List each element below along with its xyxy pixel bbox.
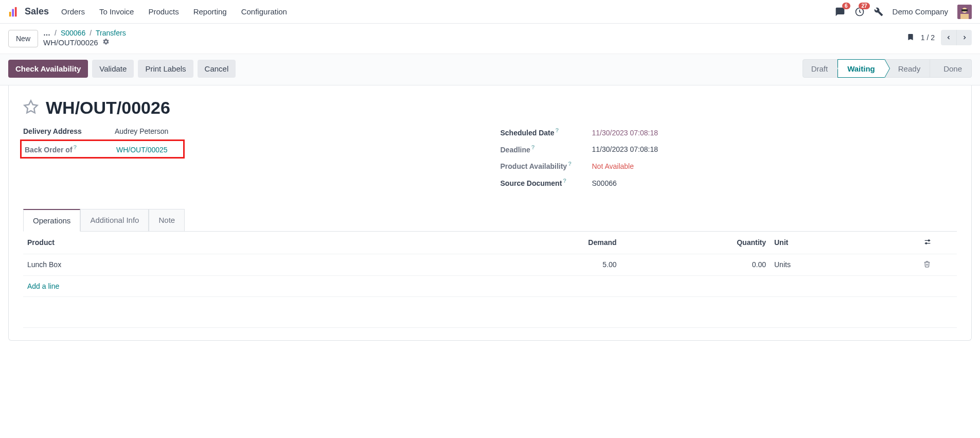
- delivery-address-value[interactable]: Audrey Peterson: [115, 127, 168, 135]
- breadcrumb-link-transfers[interactable]: Transfers: [96, 29, 126, 37]
- nav-item-reporting[interactable]: Reporting: [193, 7, 227, 16]
- nav-item-products[interactable]: Products: [148, 7, 179, 16]
- activities-badge: 27: [859, 3, 869, 9]
- col-quantity[interactable]: Quantity: [621, 232, 770, 254]
- action-bar: Check Availability Validate Print Labels…: [0, 54, 980, 85]
- cell-product[interactable]: Lunch Box: [23, 254, 471, 275]
- highlighted-back-order: Back Order of? WH/OUT/00025: [20, 139, 185, 159]
- breadcrumb-right: 1 / 2: [906, 30, 972, 45]
- help-icon[interactable]: ?: [556, 127, 559, 133]
- delivery-address-label: Delivery Address: [23, 127, 105, 135]
- svg-rect-0: [9, 12, 11, 16]
- status-ready[interactable]: Ready: [885, 59, 930, 78]
- col-demand[interactable]: Demand: [471, 232, 620, 254]
- help-icon[interactable]: ?: [74, 144, 77, 150]
- cancel-button[interactable]: Cancel: [198, 60, 236, 78]
- deadline-label: Deadline?: [501, 144, 583, 154]
- status-draft[interactable]: Draft: [803, 59, 838, 78]
- messages-badge: 6: [842, 3, 850, 9]
- svg-point-12: [925, 242, 927, 244]
- pager-prev-button[interactable]: [941, 30, 956, 45]
- new-button[interactable]: New: [8, 30, 38, 47]
- back-order-value[interactable]: WH/OUT/00025: [116, 146, 168, 154]
- cell-quantity[interactable]: 0.00: [621, 254, 770, 275]
- company-name[interactable]: Demo Company: [893, 7, 948, 16]
- col-unit[interactable]: Unit: [770, 232, 919, 254]
- availability-label: Product Availability?: [501, 161, 583, 170]
- nav-menu: Orders To Invoice Products Reporting Con…: [61, 7, 287, 16]
- breadcrumb-bar: New … / S00066 / Transfers WH/OUT/00026 …: [0, 24, 980, 54]
- svg-rect-2: [15, 7, 17, 16]
- add-line-link[interactable]: Add a line: [23, 275, 471, 296]
- breadcrumb-link-order[interactable]: S00066: [61, 29, 85, 37]
- validate-button[interactable]: Validate: [92, 60, 134, 78]
- svg-rect-7: [960, 14, 969, 19]
- record-title: WH/OUT/00026: [46, 98, 170, 118]
- source-doc-value[interactable]: S00066: [592, 179, 617, 187]
- deadline-value: 11/30/2023 07:08:18: [592, 145, 658, 153]
- right-column: Scheduled Date? 11/30/2023 07:08:18 Dead…: [501, 127, 957, 195]
- pager-next-button[interactable]: [956, 30, 972, 45]
- nav-item-configuration[interactable]: Configuration: [241, 7, 287, 16]
- gear-icon[interactable]: [102, 38, 110, 47]
- top-nav: Sales Orders To Invoice Products Reporti…: [0, 0, 980, 24]
- print-labels-button[interactable]: Print Labels: [138, 60, 193, 78]
- tab-operations[interactable]: Operations: [23, 209, 80, 232]
- help-icon[interactable]: ?: [568, 161, 572, 167]
- breadcrumb: … / S00066 / Transfers WH/OUT/00026: [43, 29, 126, 47]
- status-waiting[interactable]: Waiting: [838, 59, 885, 78]
- availability-value: Not Available: [592, 162, 634, 170]
- col-product[interactable]: Product: [23, 232, 471, 254]
- source-doc-label: Source Document?: [501, 178, 583, 187]
- form-sheet: WH/OUT/00026 Delivery Address Audrey Pet…: [8, 85, 972, 341]
- app-icon: [8, 6, 20, 17]
- breadcrumb-ellipsis[interactable]: …: [43, 29, 50, 37]
- table-row[interactable]: Lunch Box 5.00 0.00 Units: [23, 254, 957, 275]
- svg-rect-6: [961, 9, 968, 11]
- left-column: Delivery Address Audrey Peterson Back Or…: [23, 127, 480, 195]
- svg-rect-1: [12, 9, 14, 16]
- col-options-icon[interactable]: [919, 232, 957, 254]
- breadcrumb-sep: /: [55, 29, 57, 37]
- tab-note[interactable]: Note: [149, 209, 185, 231]
- user-avatar[interactable]: [957, 5, 972, 19]
- debug-tools-icon[interactable]: [874, 7, 883, 16]
- svg-point-10: [929, 240, 930, 241]
- nav-item-to-invoice[interactable]: To Invoice: [99, 7, 134, 16]
- top-nav-right: 6 27 Demo Company: [835, 5, 972, 19]
- back-order-label: Back Order of?: [25, 144, 107, 154]
- cell-unit[interactable]: Units: [770, 254, 919, 275]
- breadcrumb-current: WH/OUT/00026: [43, 38, 98, 47]
- bookmark-icon[interactable]: [906, 32, 915, 43]
- add-line-row[interactable]: Add a line: [23, 275, 957, 296]
- check-availability-button[interactable]: Check Availability: [8, 60, 88, 78]
- messages-icon[interactable]: 6: [835, 7, 845, 17]
- nav-item-orders[interactable]: Orders: [61, 7, 85, 16]
- activities-icon[interactable]: 27: [854, 7, 865, 17]
- priority-star-icon[interactable]: [23, 99, 39, 116]
- top-nav-left: Sales Orders To Invoice Products Reporti…: [8, 6, 287, 17]
- svg-marker-8: [25, 101, 38, 113]
- tab-additional-info[interactable]: Additional Info: [80, 209, 149, 231]
- status-done[interactable]: Done: [930, 59, 972, 78]
- cell-demand[interactable]: 5.00: [471, 254, 620, 275]
- delete-row-icon[interactable]: [919, 254, 957, 275]
- operations-table: Product Demand Quantity Unit Lunch Box 5…: [23, 232, 957, 328]
- status-bar: Draft Waiting Ready Done: [803, 59, 972, 78]
- pager-text[interactable]: 1 / 2: [921, 33, 935, 42]
- brand-label: Sales: [25, 6, 49, 17]
- brand[interactable]: Sales: [8, 6, 49, 17]
- help-icon[interactable]: ?: [531, 144, 535, 150]
- scheduled-date-value[interactable]: 11/30/2023 07:08:18: [592, 129, 658, 137]
- scheduled-date-label: Scheduled Date?: [501, 127, 583, 137]
- tabs: Operations Additional Info Note: [23, 209, 957, 232]
- help-icon[interactable]: ?: [563, 178, 566, 184]
- breadcrumb-sep: /: [90, 29, 92, 37]
